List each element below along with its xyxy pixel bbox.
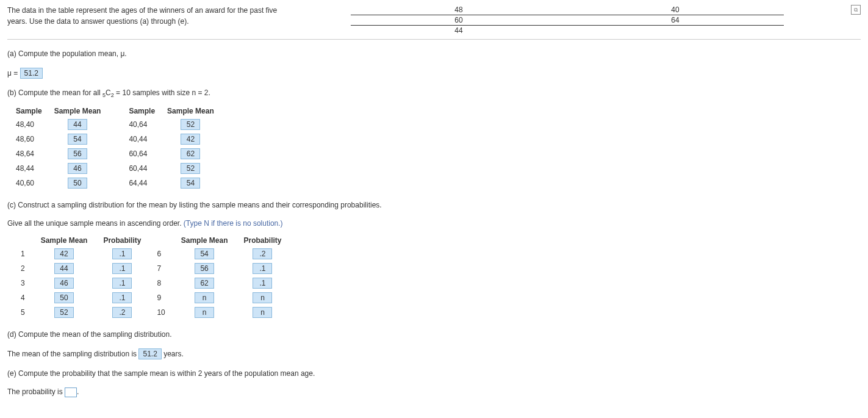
dist-mean-input[interactable]: 62: [195, 278, 214, 289]
part-a-prompt: (a) Compute the population mean, μ.: [7, 49, 861, 58]
part-c-prompt: (c) Construct a sampling distribution fo…: [7, 201, 861, 209]
part-d-pre: The mean of the sampling distribution is: [7, 350, 138, 358]
part-e-post: .: [77, 388, 79, 397]
mean-cell: 44: [52, 118, 110, 131]
part-e-prompt: (e) Compute the probability that the sam…: [7, 369, 861, 378]
instr-pre: Give all the unique sample means in asce…: [7, 219, 184, 228]
dist-mean-value-input[interactable]: 51.2: [138, 348, 161, 359]
dist-prob-input[interactable]: n: [253, 292, 272, 303]
data-cell: 48: [351, 5, 567, 15]
sample-cell: 48,40: [13, 118, 51, 131]
table-row: 4 50 .1 9 n n: [13, 291, 289, 304]
instr-hint: (Type N if there is no solution.): [184, 219, 283, 228]
dist-mean-input[interactable]: n: [195, 307, 214, 318]
dist-mean-input[interactable]: 52: [54, 307, 74, 318]
dist-mean-input[interactable]: 50: [54, 292, 74, 303]
part-d-post: years.: [162, 350, 184, 358]
col-sample-mean: Sample Mean: [165, 106, 223, 117]
table-row: 48,60 54 40,44 42: [13, 132, 223, 146]
mean-input[interactable]: 52: [181, 119, 200, 130]
row-index: 4: [13, 291, 32, 304]
col-sample-mean: Sample Mean: [174, 235, 235, 246]
table-row: 5 52 .2 10 n n: [13, 306, 289, 319]
data-cell: 44: [351, 26, 567, 36]
dist-prob-input[interactable]: .2: [253, 248, 272, 259]
col-probability: Probability: [96, 235, 148, 246]
table-row: 1 42 .1 6 54 .2: [13, 247, 289, 261]
mean-input[interactable]: 62: [181, 148, 200, 159]
col-sample-mean: Sample Mean: [34, 235, 95, 246]
samples-table: Sample Sample Mean Sample Sample Mean 48…: [12, 104, 224, 191]
part-d-prompt: (d) Compute the mean of the sampling dis…: [7, 330, 861, 339]
row-index: 10: [149, 306, 172, 319]
dist-prob-input[interactable]: .1: [253, 278, 272, 289]
sample-cell: 64,44: [110, 176, 163, 190]
data-cell: 60: [351, 15, 567, 26]
sample-cell: 40,60: [13, 176, 51, 190]
table-row: 48,64 56 60,64 62: [13, 147, 223, 160]
col-sample: Sample: [13, 106, 51, 117]
sample-cell: 40,44: [110, 132, 163, 146]
part-a-answer-line: μ = 51.2: [7, 68, 861, 79]
intro-text: The data in the table represent the ages…: [7, 5, 288, 27]
popout-icon[interactable]: ⧉: [851, 5, 861, 15]
dist-prob-input[interactable]: n: [253, 307, 272, 318]
dist-prob-input[interactable]: .1: [253, 263, 272, 274]
dist-mean-input[interactable]: 42: [54, 248, 74, 259]
data-table: 48 40 60 64 44: [351, 5, 784, 35]
data-table-wrap: 48 40 60 64 44: [288, 5, 846, 35]
sample-cell: 48,60: [13, 132, 51, 146]
table-row: 48,40 44 40,64 52: [13, 118, 223, 131]
mean-input[interactable]: 42: [181, 134, 200, 145]
part-e-answer-line: The probability is .: [7, 387, 861, 397]
part-b-text-post: = 10 samples with size n = 2.: [114, 88, 210, 97]
mean-input[interactable]: 52: [181, 163, 200, 174]
data-cell: 40: [567, 5, 784, 15]
sample-cell: 48,44: [13, 162, 51, 175]
dist-mean-input[interactable]: 46: [54, 278, 74, 289]
dist-prob-input[interactable]: .2: [112, 307, 132, 318]
distribution-table: Sample Mean Probability Sample Mean Prob…: [12, 234, 290, 320]
data-cell: 64: [567, 15, 784, 26]
dist-prob-input[interactable]: .1: [112, 263, 132, 274]
mean-cell: 52: [165, 118, 223, 131]
table-row: 40,60 50 64,44 54: [13, 176, 223, 190]
mean-input[interactable]: 56: [68, 148, 87, 159]
dist-prob-input[interactable]: .1: [112, 248, 132, 259]
probability-input[interactable]: [65, 387, 77, 397]
table-row: 3 46 .1 8 62 .1: [13, 276, 289, 290]
dist-prob-input[interactable]: .1: [112, 278, 132, 289]
dist-mean-input[interactable]: 54: [195, 248, 214, 259]
row-index: 2: [13, 262, 32, 275]
mu-input[interactable]: 51.2: [20, 68, 43, 79]
table-row: 2 44 .1 7 56 .1: [13, 262, 289, 275]
part-e-pre: The probability is: [7, 388, 65, 397]
part-b-text-pre: (b) Compute the mean for all: [7, 88, 102, 97]
mu-label: μ =: [7, 69, 18, 77]
row-index: 7: [149, 262, 172, 275]
mean-input[interactable]: 46: [68, 163, 87, 174]
comb-symbol: C: [106, 88, 111, 97]
mean-input[interactable]: 44: [68, 119, 87, 130]
dist-mean-input[interactable]: 56: [195, 263, 214, 274]
mean-input[interactable]: 54: [181, 178, 200, 189]
row-index: 1: [13, 247, 32, 261]
row-index: 9: [149, 291, 172, 304]
dist-mean-input[interactable]: 44: [54, 263, 74, 274]
row-index: 3: [13, 276, 32, 290]
mean-input[interactable]: 50: [68, 178, 87, 189]
mean-input[interactable]: 54: [68, 134, 87, 145]
data-cell: [567, 26, 784, 36]
part-b-prompt: (b) Compute the mean for all 5C2 = 10 sa…: [7, 88, 861, 98]
table-row: 48,44 46 60,44 52: [13, 162, 223, 175]
sample-cell: 40,64: [110, 118, 163, 131]
col-sample: Sample: [110, 106, 163, 117]
sample-cell: 48,64: [13, 147, 51, 160]
row-index: 6: [149, 247, 172, 261]
dist-mean-input[interactable]: n: [195, 292, 214, 303]
row-index: 5: [13, 306, 32, 319]
dist-prob-input[interactable]: .1: [112, 292, 132, 303]
part-d-answer-line: The mean of the sampling distribution is…: [7, 348, 861, 359]
col-sample-mean: Sample Mean: [52, 106, 110, 117]
row-index: 8: [149, 276, 172, 290]
